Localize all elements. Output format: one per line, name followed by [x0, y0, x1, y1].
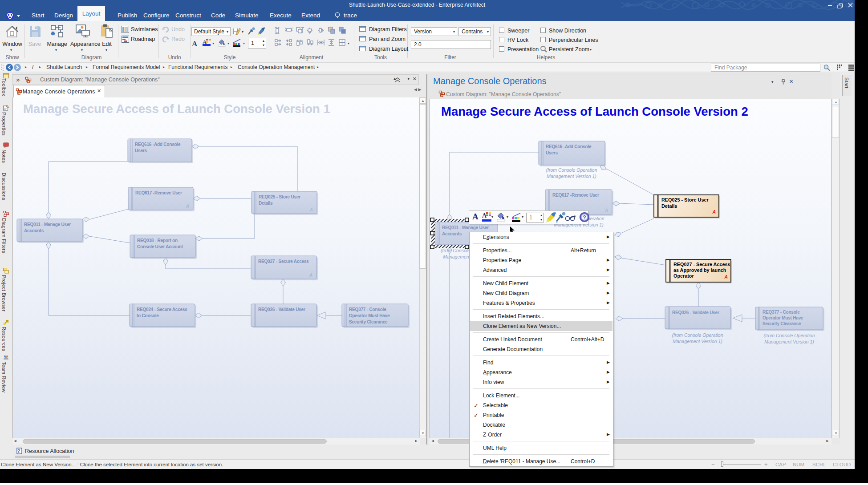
- svg-text:REQ026 - Validate User: REQ026 - Validate User: [258, 307, 305, 312]
- svg-text:Users: Users: [546, 150, 558, 155]
- svg-text:REQ027 - Secure Access: REQ027 - Secure Access: [258, 259, 309, 264]
- svg-text:?: ?: [583, 214, 586, 221]
- svg-text:(from Console Operation: (from Console Operation: [764, 333, 815, 338]
- svg-text:Operator Must Have: Operator Must Have: [763, 315, 803, 320]
- svg-text:Management Version 1): Management Version 1): [673, 339, 722, 344]
- svg-text:A: A: [309, 207, 313, 212]
- svg-text:A: A: [712, 209, 716, 214]
- svg-text:Accounts: Accounts: [24, 228, 44, 233]
- svg-text:REQ617 -Remove User: REQ617 -Remove User: [552, 193, 599, 198]
- svg-text:REQ011 - Manage User: REQ011 - Manage User: [24, 222, 71, 227]
- svg-text:Console User Account: Console User Account: [137, 244, 183, 249]
- svg-text:as Approved by launch: as Approved by launch: [673, 267, 726, 273]
- svg-text:Operator: Operator: [673, 273, 694, 279]
- svg-text:to Console: to Console: [137, 313, 159, 318]
- svg-text:REQ617 -Remove User: REQ617 -Remove User: [135, 190, 182, 195]
- svg-text:Details: Details: [661, 203, 677, 209]
- svg-text:REQ026 - Validate User: REQ026 - Validate User: [672, 310, 719, 315]
- svg-text:A: A: [724, 274, 728, 279]
- svg-text:REQ011 - Manage User: REQ011 - Manage User: [442, 225, 489, 230]
- svg-text:REQ025 - Store User: REQ025 - Store User: [259, 194, 300, 199]
- svg-text:Details: Details: [259, 201, 273, 206]
- svg-text:(from Console Operation: (from Console Operation: [546, 167, 597, 173]
- svg-text:Manage Secure Access of Launch: Manage Secure Access of Launch Console V…: [441, 105, 748, 118]
- svg-text:REQ027 - Secure Access: REQ027 - Secure Access: [673, 262, 730, 267]
- svg-text:A: A: [309, 273, 312, 278]
- svg-text:REQ025 - Store User: REQ025 - Store User: [661, 197, 709, 202]
- svg-text:Security Clearance: Security Clearance: [349, 319, 388, 324]
- svg-text:Manage Secure Access of Launch: Manage Secure Access of Launch Console V…: [23, 102, 330, 116]
- svg-text:Management Version 1): Management Version 1): [547, 174, 596, 179]
- svg-text:REQ024 - Secure Access: REQ024 - Secure Access: [137, 307, 187, 312]
- svg-text:REQ616 -Add Console: REQ616 -Add Console: [546, 144, 592, 149]
- svg-text:Accounts: Accounts: [442, 231, 462, 236]
- svg-text:Users: Users: [135, 148, 147, 153]
- svg-text:REQ377 - Console: REQ377 - Console: [763, 310, 800, 315]
- svg-text:Security Clearance: Security Clearance: [763, 321, 801, 326]
- svg-text:Management Version 1): Management Version 1): [764, 339, 814, 344]
- svg-text:(from Console Operation: (from Console Operation: [672, 332, 723, 338]
- svg-text:Management: Management: [443, 254, 471, 259]
- svg-text:REQ018 - Report on: REQ018 - Report on: [137, 238, 178, 243]
- svg-text:A: A: [186, 204, 189, 209]
- svg-text:A: A: [604, 208, 608, 213]
- svg-text:REQ377 - Console: REQ377 - Console: [349, 307, 386, 312]
- svg-text:REQ616 -Add Console: REQ616 -Add Console: [135, 142, 181, 147]
- svg-text:Operator Must Have: Operator Must Have: [349, 313, 390, 318]
